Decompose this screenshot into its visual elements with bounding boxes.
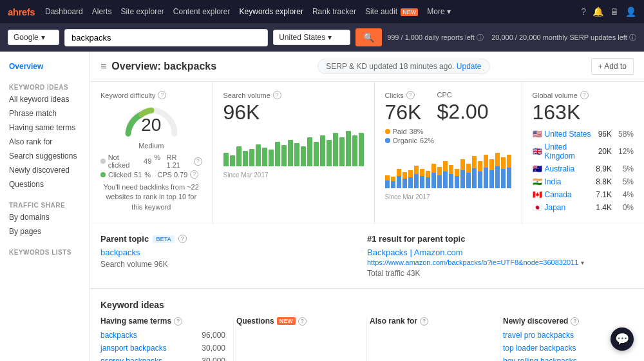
sv-bar-8	[275, 142, 280, 166]
sidebar-item-by-domains[interactable]: By domains	[0, 210, 90, 224]
menu-icon[interactable]: ≡	[100, 61, 106, 72]
parent-topic-info-icon[interactable]: ?	[178, 235, 187, 243]
site-audit-new-badge: NEW	[401, 8, 418, 16]
country-name-0[interactable]: United States	[545, 130, 598, 139]
engine-selector[interactable]: Google ▾	[8, 30, 59, 45]
nav-alerts[interactable]: Alerts	[92, 7, 112, 16]
sidebar-item-overview[interactable]: Overview	[0, 59, 90, 73]
sv-bar-7	[269, 150, 274, 166]
clicks-bar-organic-17	[484, 168, 488, 188]
sv-bar-13	[307, 137, 312, 166]
search-button[interactable]: 🔍	[355, 28, 382, 46]
kd-info-icon[interactable]: ?	[158, 91, 166, 99]
clicks-chart-label: Since Mar 2017	[385, 193, 511, 200]
sidebar-item-by-pages[interactable]: By pages	[0, 224, 90, 239]
newly-discovered-info-icon[interactable]: ?	[571, 317, 579, 326]
kd-not-clicked: Not clicked 49% RR 1.21 ?	[100, 153, 202, 169]
clicks-bar-organic-16	[478, 171, 482, 188]
country-selector[interactable]: United States ▾	[273, 30, 350, 45]
country-pct-4: 4%	[616, 190, 634, 199]
clicks-bar-organic-5	[414, 174, 419, 188]
country-name-2[interactable]: Australia	[545, 164, 596, 173]
country-name-5[interactable]: Japan	[545, 203, 596, 212]
questions-info-icon[interactable]: ?	[298, 317, 307, 326]
country-name-3[interactable]: India	[545, 177, 596, 186]
parent-topic-value[interactable]: backpacks	[100, 248, 367, 257]
country-val-1: 20K	[598, 147, 612, 156]
cps-info-icon[interactable]: ?	[190, 170, 198, 179]
nav-keywords-explorer[interactable]: Keywords explorer	[240, 7, 303, 16]
ki-keyword-backpacks[interactable]: backpacks	[100, 331, 137, 340]
parent-topic-result-url[interactable]: https://www.amazon.com/backpacks/b?ie=UT…	[367, 259, 578, 266]
clicks-col-11	[449, 165, 453, 188]
monitor-icon[interactable]: 🖥	[610, 6, 619, 17]
beta-badge: BETA	[153, 235, 175, 243]
rr-info-icon[interactable]: ?	[194, 157, 202, 166]
clicks-bar-paid-13	[460, 159, 465, 170]
ki-keyword-boy-rolling[interactable]: boy rolling backpacks	[503, 356, 577, 361]
clicks-col-20	[501, 157, 506, 188]
nav-site-explorer[interactable]: Site explorer	[120, 7, 164, 16]
ki-keyword-top-loader[interactable]: top loader backpacks	[503, 344, 576, 353]
engine-chevron-icon: ▾	[41, 33, 45, 42]
bell-icon[interactable]: 🔔	[592, 6, 603, 17]
kd-label: Keyword difficulty ?	[100, 91, 202, 99]
nav-site-audit[interactable]: Site audit NEW	[365, 7, 418, 16]
clicks-col-12	[455, 169, 459, 188]
clicks-col-0	[385, 175, 390, 188]
chat-bubble[interactable]: 💬	[611, 327, 634, 351]
ki-header-newly-discovered: Newly discovered ?	[503, 317, 626, 326]
country-name-4[interactable]: Canada	[545, 190, 596, 199]
country-val-0: 96K	[598, 130, 612, 139]
sidebar-item-questions[interactable]: Questions	[0, 177, 90, 191]
sidebar: Overview KEYWORD IDEAS All keyword ideas…	[0, 52, 90, 361]
help-icon[interactable]: ?	[581, 6, 586, 17]
clicks-col-7	[426, 171, 430, 188]
add-to-button[interactable]: + Add to	[591, 58, 634, 75]
clicks-col-14	[466, 164, 471, 188]
clicks-col-8	[431, 164, 436, 188]
nav-more[interactable]: More ▾	[427, 7, 451, 16]
parent-topic-search-volume: Search volume 96K	[100, 260, 367, 269]
country-row-4: 🇨🇦 Canada 7.1K 4%	[533, 188, 634, 201]
search-input[interactable]	[65, 30, 267, 46]
update-link[interactable]: Update	[457, 62, 482, 71]
sidebar-item-newly-discovered[interactable]: Newly discovered	[0, 163, 90, 177]
sidebar-item-all-keyword-ideas[interactable]: All keyword ideas	[0, 92, 90, 106]
clicks-col-21	[507, 155, 511, 188]
ki-keyword-osprey[interactable]: osprey backpacks	[100, 356, 162, 361]
clicks-paid: Paid 38%	[385, 128, 511, 135]
sidebar-item-having-same-terms[interactable]: Having same terms	[0, 121, 90, 135]
parent-topic-result-title[interactable]: Backpacks | Amazon.com	[367, 248, 634, 257]
sidebar-item-search-suggestions[interactable]: Search suggestions	[0, 149, 90, 163]
ki-value-osprey: 30,000	[202, 356, 225, 361]
dropdown-icon[interactable]: ▾	[581, 259, 584, 266]
user-icon[interactable]: 👤	[625, 6, 636, 17]
ki-keyword-travel-pro[interactable]: travel pro backpacks	[503, 331, 574, 340]
country-row-3: 🇮🇳 India 8.8K 5%	[533, 175, 634, 188]
nav-links: Dashboard Alerts Site explorer Content e…	[45, 7, 451, 16]
clicks-bar-paid-11	[449, 165, 453, 174]
clicks-bar-organic-13	[460, 170, 465, 188]
having-same-terms-info-icon[interactable]: ?	[174, 317, 182, 326]
flag-icon-0: 🇺🇸	[533, 130, 542, 139]
nav-content-explorer[interactable]: Content explorer	[173, 7, 231, 16]
top-nav: ahrefs Dashboard Alerts Site explorer Co…	[0, 0, 644, 23]
also-rank-for-info-icon[interactable]: ?	[420, 317, 428, 326]
ki-keyword-jansport[interactable]: jansport backpacks	[100, 344, 167, 353]
sv-chart-label: Since Mar 2017	[223, 171, 364, 179]
country-list: 🇺🇸 United States 96K 58% 🇬🇧 United Kingd…	[533, 128, 634, 214]
clicks-info-icon[interactable]: ?	[406, 91, 415, 99]
country-name-1[interactable]: United Kingdom	[545, 142, 598, 161]
nav-dashboard[interactable]: Dashboard	[45, 7, 83, 16]
gv-info-icon[interactable]: ?	[580, 91, 589, 99]
country-pct-3: 5%	[616, 177, 634, 186]
sidebar-item-phrase-match[interactable]: Phrase match	[0, 106, 90, 121]
nav-rank-tracker[interactable]: Rank tracker	[312, 7, 356, 16]
serp-update-info: SERP & KD updated 18 minutes ago. Update	[317, 59, 489, 74]
sv-info-icon[interactable]: ?	[273, 91, 281, 99]
ki-value-backpacks: 96,000	[202, 331, 225, 340]
country-chevron-icon: ▾	[328, 33, 332, 42]
sidebar-item-also-rank-for[interactable]: Also rank for	[0, 135, 90, 149]
country-row-2: 🇦🇺 Australia 8.9K 5%	[533, 162, 634, 175]
